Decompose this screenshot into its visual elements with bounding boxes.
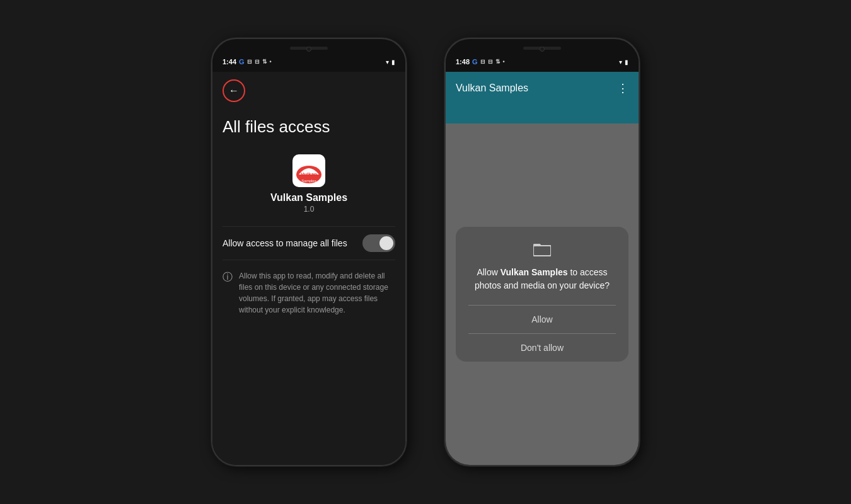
- toggle-label: Allow access to manage all files: [223, 238, 347, 248]
- screen-left: ← All files access Vulkan Samples Vulkan…: [212, 72, 405, 465]
- back-button[interactable]: ←: [223, 79, 245, 102]
- sim-icon-left: ⊟: [247, 59, 252, 65]
- battery-icon-left: ▮: [391, 59, 395, 66]
- app-name-label: Vulkan Samples: [270, 192, 347, 203]
- dialog-text-part1: Allow: [477, 267, 500, 277]
- sim2-icon-left: ⊟: [255, 59, 260, 65]
- folder-svg: [533, 242, 551, 257]
- overflow-menu-icon[interactable]: ⋮: [617, 83, 628, 94]
- svg-text:Vulkan: Vulkan: [301, 171, 317, 177]
- info-section: ⓘ Allow this app to read, modify and del…: [223, 270, 395, 316]
- deny-button[interactable]: Don't allow: [468, 334, 616, 362]
- toggle-knob: [379, 236, 393, 250]
- app-info-area: Vulkan Samples Vulkan Samples 1.0: [223, 154, 395, 214]
- sim-icon-right: ⊟: [480, 59, 485, 65]
- permission-dialog: Allow Vulkan Samples to access photos an…: [456, 227, 628, 362]
- vulkan-logo-svg: Vulkan Samples: [294, 156, 324, 186]
- svg-rect-3: [533, 246, 551, 256]
- status-right-group-left: ▾ ▮: [386, 59, 395, 66]
- toggle-row: Allow access to manage all files: [223, 226, 395, 260]
- top-app-bar: Vulkan Samples ⋮: [446, 72, 639, 105]
- google-icon-right: G: [472, 58, 478, 66]
- phone-left: 1:44 G ⊟ ⊟ ⇅ • ▾ ▮ ← All files access: [211, 38, 407, 466]
- dialog-message: Allow Vulkan Samples to access photos an…: [468, 266, 616, 292]
- app-icon: Vulkan Samples: [292, 154, 325, 187]
- back-button-wrap: ←: [223, 79, 395, 102]
- time-right: 1:48: [456, 58, 470, 66]
- google-icon-left: G: [239, 58, 245, 66]
- toggle-switch[interactable]: [362, 234, 395, 252]
- dialog-folder-icon: [468, 242, 616, 257]
- dot-left: •: [270, 59, 272, 65]
- phone-camera-left: [306, 47, 311, 52]
- time-left: 1:44: [223, 58, 236, 66]
- wifi-icon-left: ▾: [386, 59, 389, 66]
- side-button-left: [405, 140, 407, 178]
- back-arrow-icon: ←: [229, 86, 239, 96]
- wifi-icon-right: ▾: [619, 59, 622, 66]
- app-version-label: 1.0: [304, 205, 315, 214]
- allow-button[interactable]: Allow: [468, 306, 616, 333]
- status-right-group-right: ▾ ▮: [619, 59, 628, 66]
- side-button-right: [639, 140, 640, 178]
- phone-right: 1:48 G ⊟ ⊟ ⇅ • ▾ ▮ Vulkan Samples ⋮: [444, 38, 640, 466]
- sync-icon-right: ⇅: [495, 59, 501, 65]
- status-left-group-right: 1:48 G ⊟ ⊟ ⇅ •: [456, 58, 505, 66]
- status-left-group: 1:44 G ⊟ ⊟ ⇅ •: [223, 58, 272, 66]
- dialog-app-name: Vulkan Samples: [501, 267, 568, 277]
- status-bar-right: 1:48 G ⊟ ⊟ ⇅ • ▾ ▮: [446, 52, 639, 72]
- info-text: Allow this app to read, modify and delet…: [239, 270, 395, 316]
- phone-camera-right: [540, 47, 545, 52]
- battery-icon-right: ▮: [625, 59, 628, 66]
- sim2-icon-right: ⊟: [488, 59, 493, 65]
- content-area-right: Allow Vulkan Samples to access photos an…: [446, 123, 639, 465]
- dot-right: •: [503, 59, 505, 65]
- svg-text:Samples: Samples: [301, 179, 316, 183]
- info-icon: ⓘ: [223, 271, 233, 284]
- sync-icon-left: ⇅: [262, 59, 267, 65]
- status-bar-left: 1:44 G ⊟ ⊟ ⇅ • ▾ ▮: [212, 52, 405, 72]
- page-title: All files access: [223, 117, 395, 137]
- teal-band: [446, 105, 639, 123]
- top-bar-title: Vulkan Samples: [456, 83, 528, 94]
